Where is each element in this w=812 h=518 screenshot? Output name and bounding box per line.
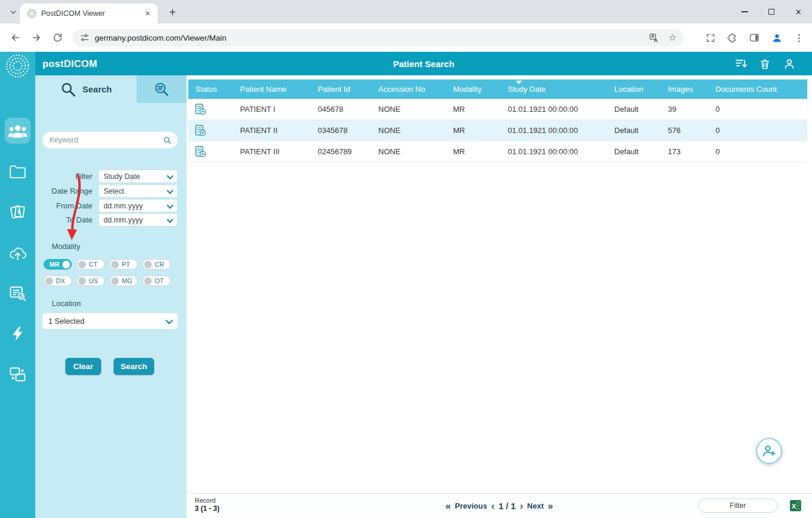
- study-date-cell: 01.01.1921 00:00:00: [501, 141, 607, 162]
- filter-row: Filter Study Date: [35, 170, 178, 183]
- table-row[interactable]: PATIENT III 02456789 NONE MR 01.01.1921 …: [188, 141, 807, 162]
- tab-search[interactable]: Search: [35, 75, 137, 103]
- status-report-icon: [194, 103, 207, 115]
- tab-close-icon[interactable]: ✕: [142, 8, 153, 19]
- excel-export-icon[interactable]: X: [790, 500, 801, 512]
- images-cell: 173: [661, 141, 708, 162]
- tab-advanced-search[interactable]: [137, 75, 187, 103]
- browser-toolbar-icons: ⋮: [705, 32, 804, 44]
- app-header-icons: [734, 57, 796, 70]
- date-range-label: Date Range: [35, 187, 92, 195]
- column-header-modality[interactable]: Modality: [446, 79, 501, 99]
- modality-toggle-mr[interactable]: MR: [44, 259, 72, 270]
- chevron-right-icon[interactable]: ›: [520, 501, 523, 512]
- tab-search-button[interactable]: [6, 5, 20, 18]
- back-button[interactable]: [8, 31, 22, 45]
- toggle-knob: [45, 277, 53, 285]
- browser-menu-icon[interactable]: ⋮: [794, 32, 804, 44]
- date-range-select[interactable]: Select: [98, 184, 178, 198]
- column-header-patient-id[interactable]: Patient Id: [311, 79, 371, 99]
- column-header-accession-no[interactable]: Accession No: [371, 79, 446, 99]
- table-row[interactable]: PATIENT I 045678 NONE MR 01.01.1921 00:0…: [188, 99, 807, 120]
- side-panel-icon[interactable]: [749, 32, 760, 43]
- modality-toggle-dx[interactable]: DX: [44, 275, 72, 286]
- images-cell: 39: [661, 99, 708, 119]
- add-patient-fab[interactable]: [756, 438, 782, 464]
- new-tab-button[interactable]: +: [165, 5, 180, 20]
- window-close-button[interactable]: ✕: [785, 0, 812, 24]
- fullscreen-icon[interactable]: [705, 33, 716, 43]
- column-header-images[interactable]: Images: [661, 79, 708, 99]
- transfer-icon: [9, 366, 26, 383]
- filter-select[interactable]: Study Date: [98, 170, 178, 183]
- favicon: [27, 9, 36, 18]
- modality-toggle-ot[interactable]: OT: [142, 275, 171, 286]
- translate-icon[interactable]: [649, 33, 659, 43]
- from-date-label: From Date: [35, 201, 92, 210]
- patient-name-cell: PATIENT III: [233, 141, 311, 162]
- clear-button[interactable]: Clear: [65, 358, 101, 375]
- patient-id-cell: 045678: [311, 99, 371, 119]
- modality-toggles-row2: DX US MG OT: [44, 275, 171, 286]
- reload-button[interactable]: [51, 31, 65, 45]
- location-value: 1 Selected: [48, 317, 84, 326]
- first-page-icon[interactable]: «: [445, 501, 451, 512]
- filter-button[interactable]: Filter: [698, 499, 778, 513]
- browser-tab[interactable]: PostDICOM Viewer ✕: [20, 4, 158, 24]
- delete-button[interactable]: [758, 57, 771, 70]
- previous-page-button[interactable]: Previous: [455, 502, 487, 510]
- modality-toggle-us[interactable]: US: [76, 275, 105, 286]
- table-header-row: Status Patient Name Patient Id Accession…: [188, 79, 807, 99]
- cloud-upload-icon: [8, 245, 27, 261]
- site-settings-icon[interactable]: [80, 33, 89, 42]
- from-date-select[interactable]: dd.mm.yyyy: [98, 199, 178, 212]
- search-icon: [60, 81, 76, 98]
- column-header-study-date[interactable]: Study Date: [501, 79, 607, 99]
- sidebar-item-patients[interactable]: [5, 118, 31, 144]
- sidebar-item-transfer[interactable]: [5, 361, 31, 387]
- modality-label: Modality: [52, 242, 80, 251]
- to-date-row: To Date dd.mm.yyyy: [35, 213, 178, 227]
- modality-toggle-pt[interactable]: PT: [109, 259, 138, 270]
- column-header-documents-count[interactable]: Documents Count: [708, 79, 807, 99]
- filter-label: Filter: [35, 172, 92, 181]
- search-button[interactable]: Search: [114, 358, 154, 375]
- sidebar-item-folders[interactable]: [5, 158, 31, 184]
- last-page-icon[interactable]: »: [548, 501, 553, 512]
- keyword-input[interactable]: [48, 135, 163, 145]
- modality-cell: MR: [446, 141, 501, 162]
- bookmark-star-icon[interactable]: ☆: [668, 33, 677, 42]
- profile-avatar-icon[interactable]: [771, 32, 783, 44]
- next-page-button[interactable]: Next: [527, 502, 544, 510]
- modality-toggle-mg[interactable]: MG: [109, 275, 138, 286]
- status-cell: [188, 99, 233, 119]
- location-select[interactable]: 1 Selected: [42, 313, 178, 329]
- documents-count-cell: 0: [708, 141, 807, 162]
- back-icon: [9, 32, 21, 44]
- from-date-row: From Date dd.mm.yyyy: [35, 199, 178, 212]
- patient-name-cell: PATIENT I: [233, 99, 311, 119]
- column-header-status[interactable]: Status: [188, 79, 233, 99]
- modality-toggle-ct[interactable]: CT: [76, 259, 105, 270]
- location-cell: Default: [607, 141, 661, 162]
- forward-button[interactable]: [29, 31, 44, 45]
- extensions-icon[interactable]: [727, 33, 737, 43]
- sidebar-item-worklist[interactable]: [5, 280, 31, 306]
- chevron-left-icon[interactable]: ‹: [491, 501, 494, 512]
- to-date-value: dd.mm.yyyy: [104, 216, 143, 224]
- trash-icon: [759, 58, 771, 70]
- sidebar-item-upload[interactable]: [5, 240, 31, 265]
- address-bar[interactable]: germany.postdicom.com/Viewer/Main ☆: [73, 29, 684, 47]
- table-row[interactable]: PATIENT II 0345678 NONE MR 01.01.1921 00…: [188, 120, 807, 141]
- column-header-patient-name[interactable]: Patient Name: [233, 79, 311, 99]
- account-button[interactable]: [783, 57, 796, 70]
- svg-text:X: X: [791, 503, 796, 510]
- sidebar-item-share[interactable]: [5, 321, 31, 347]
- to-date-select[interactable]: dd.mm.yyyy: [98, 213, 178, 227]
- column-header-location[interactable]: Location: [607, 79, 661, 99]
- sidebar-item-documents[interactable]: [5, 199, 31, 225]
- window-minimize-button[interactable]: [731, 0, 758, 24]
- sort-button[interactable]: [734, 57, 747, 70]
- window-maximize-button[interactable]: [758, 0, 785, 24]
- modality-toggle-cr[interactable]: CR: [142, 259, 171, 270]
